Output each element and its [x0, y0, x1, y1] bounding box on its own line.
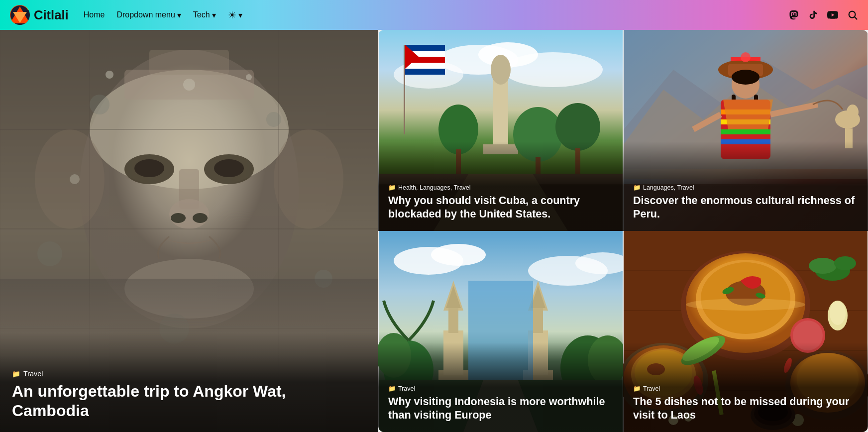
article-card-peru[interactable]: 📁 Languages, Travel Discover the enormou… — [623, 30, 868, 231]
mastodon-icon[interactable] — [788, 9, 799, 20]
nav-home[interactable]: Home — [84, 10, 105, 19]
svg-point-88 — [431, 244, 486, 266]
svg-rect-44 — [404, 45, 405, 134]
svg-point-31 — [37, 241, 62, 266]
cuba-title: Why you should visit Cuba, a country blo… — [388, 194, 613, 221]
right-grid: 📁 Health, Languages, Travel Why you shou… — [378, 30, 868, 432]
search-icon[interactable] — [847, 9, 858, 20]
article-card-laos[interactable]: 📁 Travel The 5 dishes not to be missed d… — [623, 231, 868, 432]
svg-point-135 — [830, 301, 846, 325]
chevron-down-icon: ▾ — [238, 10, 242, 20]
svg-rect-49 — [405, 69, 445, 75]
folder-icon: 📁 — [12, 370, 20, 378]
tiktok-icon[interactable] — [808, 10, 818, 20]
laos-overlay: 📁 Travel The 5 dishes not to be missed d… — [623, 342, 868, 432]
folder-icon: 📁 — [633, 385, 641, 392]
nav-theme[interactable]: ☀ ▾ — [228, 9, 242, 21]
laos-title: The 5 dishes not to be missed during you… — [633, 395, 858, 422]
svg-point-34 — [106, 71, 113, 79]
chevron-down-icon: ▾ — [177, 10, 181, 20]
svg-point-29 — [90, 95, 109, 114]
svg-point-69 — [732, 70, 760, 85]
article-card-cuba[interactable]: 📁 Health, Languages, Travel Why you shou… — [378, 30, 623, 231]
nav-links: Home Dropdown menu ▾ Tech ▾ ☀ ▾ — [84, 9, 773, 21]
chevron-down-icon: ▾ — [212, 10, 216, 20]
svg-point-121 — [686, 299, 805, 311]
svg-rect-95 — [448, 308, 458, 333]
logo-icon — [10, 5, 30, 25]
nav-tech[interactable]: Tech ▾ — [193, 10, 216, 20]
svg-point-52 — [491, 55, 511, 85]
svg-point-24 — [274, 129, 343, 229]
logo-svg — [10, 5, 29, 24]
svg-point-11 — [134, 159, 164, 177]
article-card-bali[interactable]: 📁 Travel Why visiting Indonesia is more … — [378, 231, 623, 432]
svg-point-137 — [809, 258, 837, 274]
svg-marker-1 — [12, 7, 27, 21]
bali-categories: 📁 Travel — [388, 385, 613, 392]
svg-point-42 — [503, 52, 603, 87]
svg-point-35 — [183, 79, 195, 91]
peru-title: Discover the enormous cultural richness … — [633, 194, 858, 221]
svg-rect-26 — [149, 50, 229, 75]
bali-overlay: 📁 Travel Why visiting Indonesia is more … — [378, 342, 623, 432]
laos-categories: 📁 Travel — [633, 385, 858, 392]
navigation: Citlali Home Dropdown menu ▾ Tech ▾ ☀ ▾ — [0, 0, 868, 30]
hero-category: 📁 Travel — [12, 370, 366, 378]
svg-point-13 — [214, 159, 244, 177]
svg-rect-45 — [405, 45, 445, 51]
hero-card[interactable]: 📁 Travel An unforgettable trip to Angkor… — [0, 30, 378, 432]
svg-marker-2 — [14, 12, 25, 21]
youtube-icon[interactable] — [827, 9, 838, 20]
folder-icon: 📁 — [388, 385, 396, 392]
sun-icon: ☀ — [228, 9, 236, 21]
cuba-categories: 📁 Health, Languages, Travel — [388, 184, 613, 191]
brand-name: Citlali — [34, 8, 69, 22]
peru-categories: 📁 Languages, Travel — [633, 184, 858, 191]
svg-point-82 — [847, 105, 859, 119]
svg-marker-3 — [15, 14, 24, 21]
nav-social-icons — [788, 9, 858, 20]
svg-marker-77 — [723, 100, 773, 129]
folder-icon: 📁 — [388, 184, 396, 191]
hero-overlay: 📁 Travel An unforgettable trip to Angkor… — [0, 332, 378, 432]
svg-point-17 — [193, 213, 208, 223]
hero-title: An unforgettable trip to Angkor Wat, Cam… — [12, 382, 366, 420]
main-content: 📁 Travel An unforgettable trip to Angkor… — [0, 30, 868, 432]
svg-point-4 — [849, 11, 856, 18]
svg-point-37 — [70, 174, 80, 184]
peru-overlay: 📁 Languages, Travel Discover the enormou… — [623, 141, 868, 231]
svg-point-16 — [171, 213, 186, 223]
nav-dropdown-menu[interactable]: Dropdown menu ▾ — [116, 10, 181, 20]
svg-rect-75 — [721, 129, 770, 134]
svg-point-0 — [10, 5, 29, 24]
cuba-overlay: 📁 Health, Languages, Travel Why you shou… — [378, 141, 623, 231]
svg-rect-100 — [533, 308, 543, 333]
bali-title: Why visiting Indonesia is more worthwhil… — [388, 395, 613, 422]
svg-point-138 — [834, 256, 856, 270]
svg-point-36 — [246, 74, 252, 80]
svg-point-84 — [741, 52, 751, 62]
svg-rect-48 — [405, 63, 445, 69]
folder-icon: 📁 — [633, 184, 641, 191]
logo[interactable]: Citlali — [10, 5, 69, 25]
svg-line-5 — [855, 17, 857, 19]
svg-point-30 — [266, 112, 281, 127]
